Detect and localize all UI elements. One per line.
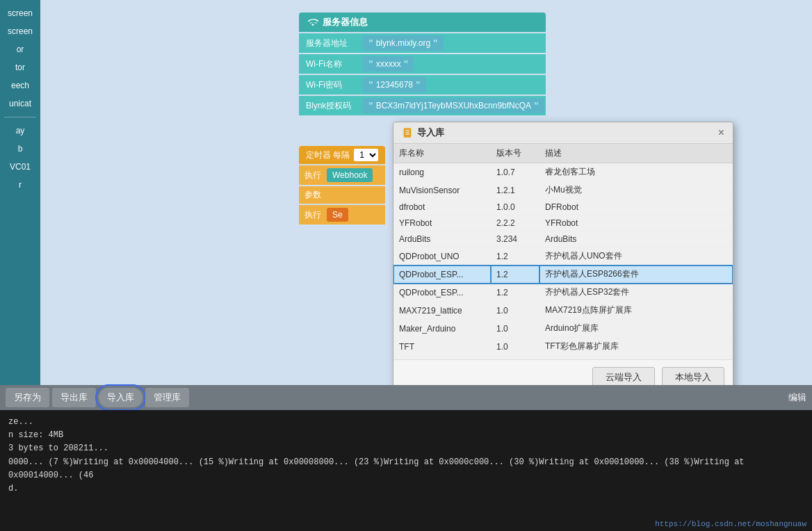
quote-open4: " [368, 100, 373, 111]
set-button[interactable]: Se [327, 208, 348, 222]
table-header-row: 库名称 版本号 描述 [393, 144, 733, 163]
server-value-wifi-name[interactable]: " xxxxxx " [363, 56, 414, 72]
lib-version-cell: 1.0 [491, 338, 539, 356]
lib-desc-cell: 睿龙创客工场 [539, 163, 733, 181]
server-value-address[interactable]: " blynk.mixly.org " [363, 35, 444, 51]
sidebar-item-vc01[interactable]: VC01 [0, 159, 40, 174]
save-as-button[interactable]: 另存为 [6, 388, 49, 407]
library-table: 库名称 版本号 描述 ruilong1.0.7睿龙创客工场MuVisionSen… [393, 144, 733, 359]
sidebar-item-ay[interactable]: ay [0, 123, 40, 138]
lib-version-cell: 1.2 [491, 247, 539, 266]
dialog-close-button[interactable]: × [718, 127, 724, 138]
lib-desc-cell: MAX7219点阵屏扩展库 [539, 302, 733, 320]
webhook-block[interactable]: Webhook [327, 168, 373, 182]
server-label-blynk-token: Blynk授权码 [299, 97, 362, 115]
edit-label: 编辑 [788, 391, 806, 404]
import-library-dialog: 导入库 × 库名称 版本号 描述 ruilong1.0.7睿龙创客工场MuVis… [393, 122, 733, 395]
table-row[interactable]: MAX7219_lattice1.0MAX7219点阵屏扩展库 [393, 302, 733, 320]
table-row[interactable]: TFT1.0TFT彩色屏幕扩展库 [393, 338, 733, 356]
table-row[interactable]: ruilong1.0.7睿龙创客工场 [393, 163, 733, 181]
quote-open3: " [368, 79, 373, 90]
lib-version-cell: 2.2.2 [491, 215, 539, 231]
sidebar-item-or[interactable]: or [0, 42, 40, 57]
server-label-wifi-name: Wi-Fi名称 [299, 56, 362, 73]
table-row[interactable]: dfrobot1.0.0DFRobot [393, 199, 733, 215]
table-row[interactable]: QDProbot_ESP...1.2齐护机器人ESP8266套件 [393, 266, 733, 284]
timer-block: 定时器 每隔 1 2 5 执行 Webhook 参数 执行 Se [299, 146, 385, 224]
lib-name-cell: dfrobot [393, 199, 491, 215]
lib-name-cell: TFT [393, 338, 491, 356]
sidebar-item-b[interactable]: b [0, 141, 40, 156]
sidebar-item-screen2[interactable]: screen [0, 24, 40, 39]
dialog-table-container: 库名称 版本号 描述 ruilong1.0.7睿龙创客工场MuVisionSen… [393, 144, 733, 359]
lib-name-cell: YFRobot [393, 215, 491, 231]
console-area: ze... n size: 4MB 3 bytes to 208211... 0… [0, 410, 812, 531]
lib-name-cell: MuVisionSensor [393, 181, 491, 199]
exec-row-1: 执行 Webhook [299, 165, 385, 185]
console-line-3: 3 bytes to 208211... [8, 442, 804, 455]
timer-interval-select[interactable]: 1 2 5 [354, 149, 378, 161]
console-footer-link[interactable]: https://blog.csdn.net/moshangnuaw [655, 520, 806, 528]
lib-desc-cell: ArduBits [539, 231, 733, 247]
manage-lib-button[interactable]: 管理库 [145, 388, 189, 407]
table-row[interactable]: ArduBits3.234ArduBits [393, 231, 733, 247]
console-line-4: 0000... (7 %)Writing at 0x00004000... (1… [8, 456, 804, 482]
lib-desc-cell: YFRobot [539, 215, 733, 231]
lib-name-cell: MAX7219_lattice [393, 302, 491, 320]
sidebar-divider [4, 117, 36, 117]
dialog-title: 导入库 [402, 126, 444, 139]
quote-open2: " [368, 58, 373, 70]
col-header-desc: 描述 [539, 144, 733, 163]
lib-desc-cell: 齐护机器人ESP8266套件 [539, 266, 733, 284]
sidebar-item-screen1[interactable]: screen [0, 6, 40, 21]
quote-close4: " [534, 100, 539, 111]
server-info-block: 服务器信息 服务器地址 " blynk.mixly.org " Wi-Fi名称 … [299, 13, 546, 115]
sidebar-item-unicat[interactable]: unicat [0, 96, 40, 111]
import-lib-button[interactable]: 导入库 [99, 388, 143, 407]
table-row[interactable]: Maker_Arduino1.0Arduino扩展库 [393, 320, 733, 338]
lib-version-cell: 1.2 [491, 284, 539, 302]
lib-version-cell: 3.234 [491, 231, 539, 247]
sidebar-item-tor[interactable]: tor [0, 60, 40, 75]
canvas: screen screen or tor eech unicat ay b VC… [0, 0, 812, 410]
bottom-toolbar: 另存为 导出库 导入库 管理库 编辑 [0, 385, 812, 410]
sidebar: screen screen or tor eech unicat ay b VC… [0, 0, 40, 410]
server-value-wifi-pwd[interactable]: " 12345678 " [363, 77, 426, 92]
quote-close: " [433, 38, 438, 49]
export-lib-button[interactable]: 导出库 [52, 388, 96, 407]
table-row[interactable]: MuVisionSensor1.2.1小Mu视觉 [393, 181, 733, 199]
exec-label-2: 执行 [304, 209, 321, 221]
table-row[interactable]: QDProbot_UNO1.2齐护机器人UNO套件 [393, 247, 733, 266]
lib-name-cell: ArduBits [393, 231, 491, 247]
console-line-2: n size: 4MB [8, 429, 804, 442]
console-line-5: d. [8, 482, 804, 496]
quote-close2: " [404, 58, 409, 70]
server-row-wifi-pwd: Wi-Fi密码 " 12345678 " [299, 75, 546, 95]
webhook-label: Webhook [332, 170, 367, 180]
lib-name-cell: ruilong [393, 163, 491, 181]
lib-version-cell: 1.0.7 [491, 163, 539, 181]
table-row[interactable]: YFRobot2.2.2YFRobot [393, 215, 733, 231]
param-label: 参数 [304, 189, 321, 201]
lib-desc-cell: Arduino扩展库 [539, 320, 733, 338]
wifi-icon [307, 17, 318, 28]
lib-version-cell: 1.0 [491, 320, 539, 338]
sidebar-item-r[interactable]: r [0, 177, 40, 193]
exec-row-2: 执行 Se [299, 205, 385, 224]
server-block-title: 服务器信息 [323, 16, 368, 28]
server-value-blynk-token[interactable]: " BCX3m7ldYj1TeybMSXUhxBcnn9bfNcQA " [363, 98, 544, 113]
table-row[interactable]: QDProbot_ESP...1.2齐护机器人ESP32套件 [393, 284, 733, 302]
lib-desc-cell: TFT彩色屏幕扩展库 [539, 338, 733, 356]
lib-name-cell: QDProbot_ESP... [393, 284, 491, 302]
lib-name-cell: QDProbot_UNO [393, 247, 491, 266]
quote-open: " [368, 38, 373, 49]
book-icon [402, 127, 413, 138]
lib-desc-cell: 齐护机器人ESP32套件 [539, 284, 733, 302]
lib-version-cell: 1.0.0 [491, 199, 539, 215]
blynk-token-text: BCX3m7ldYj1TeybMSXUhxBcnn9bfNcQA [376, 101, 531, 111]
sidebar-item-eech[interactable]: eech [0, 78, 40, 93]
col-header-version: 版本号 [491, 144, 539, 163]
console-line-1: ze... [8, 416, 804, 429]
server-address-text: blynk.mixly.org [376, 38, 430, 48]
lib-desc-cell: DFRobot [539, 199, 733, 215]
